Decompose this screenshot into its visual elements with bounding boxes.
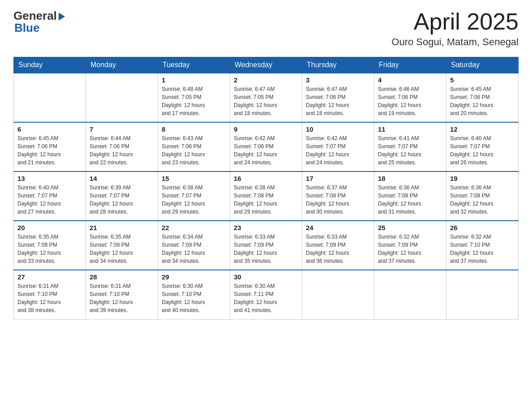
day-info: Sunrise: 6:42 AMSunset: 7:07 PMDaylight:… <box>306 134 370 167</box>
day-info: Sunrise: 6:38 AMSunset: 7:08 PMDaylight:… <box>234 184 298 216</box>
day-number: 24 <box>306 224 370 231</box>
calendar-cell: 14Sunrise: 6:39 AMSunset: 7:07 PMDayligh… <box>86 171 158 221</box>
day-info: Sunrise: 6:33 AMSunset: 7:09 PMDaylight:… <box>234 233 298 265</box>
calendar-cell: 27Sunrise: 6:31 AMSunset: 7:10 PMDayligh… <box>14 270 86 319</box>
day-of-week-header: Tuesday <box>158 57 230 73</box>
logo-triangle-icon <box>59 13 65 21</box>
calendar-cell: 1Sunrise: 6:48 AMSunset: 7:05 PMDaylight… <box>158 73 230 122</box>
calendar-cell: 8Sunrise: 6:43 AMSunset: 7:06 PMDaylight… <box>158 122 230 171</box>
calendar-cell <box>446 270 519 319</box>
day-info: Sunrise: 6:30 AMSunset: 7:10 PMDaylight:… <box>162 282 226 314</box>
day-number: 17 <box>306 175 370 182</box>
day-number: 11 <box>378 125 442 133</box>
logo: General Blue <box>13 9 65 35</box>
day-number: 26 <box>450 224 515 231</box>
day-info: Sunrise: 6:45 AMSunset: 7:06 PMDaylight:… <box>17 134 82 167</box>
location-text: Ouro Sogui, Matam, Senegal <box>391 36 519 48</box>
day-info: Sunrise: 6:41 AMSunset: 7:07 PMDaylight:… <box>378 134 442 167</box>
day-info: Sunrise: 6:38 AMSunset: 7:07 PMDaylight:… <box>162 184 226 216</box>
calendar-cell: 20Sunrise: 6:35 AMSunset: 7:08 PMDayligh… <box>14 221 86 270</box>
calendar-cell: 26Sunrise: 6:32 AMSunset: 7:10 PMDayligh… <box>446 221 519 270</box>
day-info: Sunrise: 6:32 AMSunset: 7:10 PMDaylight:… <box>450 233 515 265</box>
day-info: Sunrise: 6:31 AMSunset: 7:10 PMDaylight:… <box>90 282 154 314</box>
calendar-cell: 5Sunrise: 6:45 AMSunset: 7:06 PMDaylight… <box>446 73 519 122</box>
day-info: Sunrise: 6:40 AMSunset: 7:07 PMDaylight:… <box>450 134 515 167</box>
day-info: Sunrise: 6:48 AMSunset: 7:05 PMDaylight:… <box>162 85 226 117</box>
calendar-cell: 24Sunrise: 6:33 AMSunset: 7:09 PMDayligh… <box>302 221 374 270</box>
day-number: 9 <box>234 125 298 133</box>
calendar-cell: 13Sunrise: 6:40 AMSunset: 7:07 PMDayligh… <box>14 171 86 221</box>
day-number: 5 <box>450 76 515 84</box>
day-number: 29 <box>162 273 226 281</box>
day-number: 30 <box>234 273 298 281</box>
day-number: 15 <box>162 175 226 182</box>
day-info: Sunrise: 6:43 AMSunset: 7:06 PMDaylight:… <box>162 134 226 167</box>
day-number: 22 <box>162 224 226 231</box>
day-number: 10 <box>306 125 370 133</box>
day-number: 14 <box>90 175 154 182</box>
calendar-cell: 2Sunrise: 6:47 AMSunset: 7:05 PMDaylight… <box>230 73 302 122</box>
day-of-week-header: Wednesday <box>230 57 302 73</box>
calendar-cell: 30Sunrise: 6:30 AMSunset: 7:11 PMDayligh… <box>230 270 302 319</box>
calendar-cell: 4Sunrise: 6:46 AMSunset: 7:06 PMDaylight… <box>374 73 446 122</box>
calendar-cell: 15Sunrise: 6:38 AMSunset: 7:07 PMDayligh… <box>158 171 230 221</box>
day-info: Sunrise: 6:37 AMSunset: 7:08 PMDaylight:… <box>306 184 370 216</box>
day-number: 8 <box>162 125 226 133</box>
day-info: Sunrise: 6:36 AMSunset: 7:08 PMDaylight:… <box>450 184 515 216</box>
calendar-cell: 16Sunrise: 6:38 AMSunset: 7:08 PMDayligh… <box>230 171 302 221</box>
logo-blue-text: Blue <box>14 21 39 35</box>
calendar-cell: 28Sunrise: 6:31 AMSunset: 7:10 PMDayligh… <box>86 270 158 319</box>
month-title: April 2025 <box>391 9 519 34</box>
day-number: 3 <box>306 76 370 84</box>
day-of-week-header: Friday <box>374 57 446 73</box>
day-info: Sunrise: 6:36 AMSunset: 7:08 PMDaylight:… <box>378 184 442 216</box>
day-of-week-header: Saturday <box>446 57 519 73</box>
day-number: 28 <box>90 273 154 281</box>
day-info: Sunrise: 6:31 AMSunset: 7:10 PMDaylight:… <box>17 282 82 314</box>
day-number: 7 <box>90 125 154 133</box>
calendar-cell: 7Sunrise: 6:44 AMSunset: 7:06 PMDaylight… <box>86 122 158 171</box>
calendar-cell: 22Sunrise: 6:34 AMSunset: 7:09 PMDayligh… <box>158 221 230 270</box>
day-info: Sunrise: 6:34 AMSunset: 7:09 PMDaylight:… <box>162 233 226 265</box>
day-of-week-header: Thursday <box>302 57 374 73</box>
calendar-cell <box>14 73 86 122</box>
calendar-cell: 9Sunrise: 6:42 AMSunset: 7:06 PMDaylight… <box>230 122 302 171</box>
calendar-cell <box>86 73 158 122</box>
calendar-cell: 17Sunrise: 6:37 AMSunset: 7:08 PMDayligh… <box>302 171 374 221</box>
day-info: Sunrise: 6:39 AMSunset: 7:07 PMDaylight:… <box>90 184 154 216</box>
day-info: Sunrise: 6:45 AMSunset: 7:06 PMDaylight:… <box>450 85 515 117</box>
calendar-cell: 10Sunrise: 6:42 AMSunset: 7:07 PMDayligh… <box>302 122 374 171</box>
day-number: 25 <box>378 224 442 231</box>
day-info: Sunrise: 6:33 AMSunset: 7:09 PMDaylight:… <box>306 233 370 265</box>
day-of-week-header: Monday <box>86 57 158 73</box>
day-info: Sunrise: 6:44 AMSunset: 7:06 PMDaylight:… <box>90 134 154 167</box>
day-number: 19 <box>450 175 515 182</box>
day-number: 12 <box>450 125 515 133</box>
page-header: General Blue April 2025 Ouro Sogui, Mata… <box>13 9 519 48</box>
day-number: 2 <box>234 76 298 84</box>
title-block: April 2025 Ouro Sogui, Matam, Senegal <box>391 9 519 48</box>
day-number: 16 <box>234 175 298 182</box>
day-info: Sunrise: 6:46 AMSunset: 7:06 PMDaylight:… <box>378 85 442 117</box>
calendar-cell: 29Sunrise: 6:30 AMSunset: 7:10 PMDayligh… <box>158 270 230 319</box>
day-number: 18 <box>378 175 442 182</box>
day-info: Sunrise: 6:42 AMSunset: 7:06 PMDaylight:… <box>234 134 298 167</box>
calendar-cell: 19Sunrise: 6:36 AMSunset: 7:08 PMDayligh… <box>446 171 519 221</box>
day-number: 1 <box>162 76 226 84</box>
day-number: 21 <box>90 224 154 231</box>
calendar-cell: 25Sunrise: 6:32 AMSunset: 7:09 PMDayligh… <box>374 221 446 270</box>
day-info: Sunrise: 6:30 AMSunset: 7:11 PMDaylight:… <box>234 282 298 314</box>
day-number: 13 <box>17 175 82 182</box>
calendar-cell: 23Sunrise: 6:33 AMSunset: 7:09 PMDayligh… <box>230 221 302 270</box>
day-info: Sunrise: 6:35 AMSunset: 7:08 PMDaylight:… <box>17 233 82 265</box>
day-number: 6 <box>17 125 82 133</box>
calendar-cell <box>374 270 446 319</box>
day-info: Sunrise: 6:47 AMSunset: 7:05 PMDaylight:… <box>234 85 298 117</box>
calendar-table: SundayMondayTuesdayWednesdayThursdayFrid… <box>13 57 519 320</box>
calendar-cell: 21Sunrise: 6:35 AMSunset: 7:09 PMDayligh… <box>86 221 158 270</box>
day-info: Sunrise: 6:32 AMSunset: 7:09 PMDaylight:… <box>378 233 442 265</box>
calendar-cell: 6Sunrise: 6:45 AMSunset: 7:06 PMDaylight… <box>14 122 86 171</box>
calendar-cell: 18Sunrise: 6:36 AMSunset: 7:08 PMDayligh… <box>374 171 446 221</box>
day-number: 4 <box>378 76 442 84</box>
day-info: Sunrise: 6:40 AMSunset: 7:07 PMDaylight:… <box>17 184 82 216</box>
